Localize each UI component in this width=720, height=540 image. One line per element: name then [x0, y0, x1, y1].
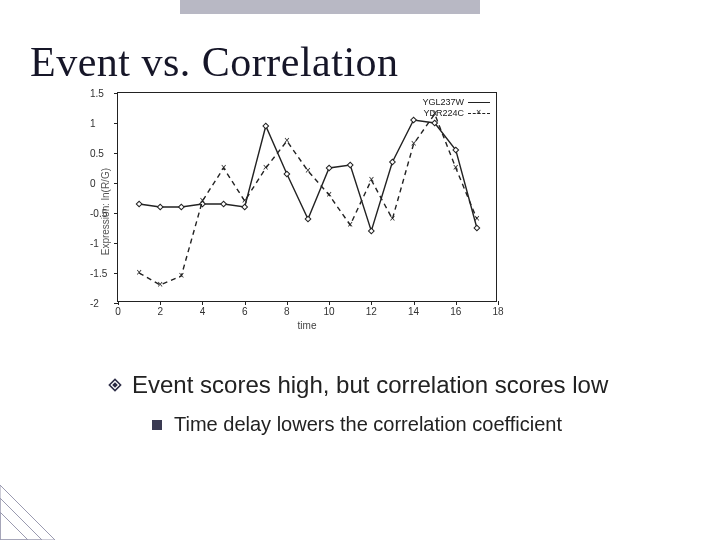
svg-text:×: × [136, 267, 142, 278]
svg-text:×: × [474, 213, 480, 224]
ytick-label: 1.5 [90, 88, 104, 99]
bullet-level1: Event scores high, but correlation score… [108, 371, 690, 399]
bullet-level1-text: Event scores high, but correlation score… [132, 371, 608, 399]
slide-title: Event vs. Correlation [30, 38, 690, 86]
svg-text:×: × [305, 165, 311, 176]
svg-rect-7 [284, 171, 290, 177]
svg-rect-9 [326, 165, 332, 171]
xtick-label: 2 [157, 306, 163, 317]
ytick-label: -1.5 [90, 268, 107, 279]
chart-lines: ××××××××××××××××× [118, 93, 498, 303]
bullet-level2: Time delay lowers the correlation coeffi… [152, 413, 690, 436]
svg-rect-11 [369, 228, 375, 234]
svg-text:×: × [284, 135, 290, 146]
svg-text:×: × [242, 195, 248, 206]
square-bullet-icon [152, 420, 162, 430]
xtick-label: 6 [242, 306, 248, 317]
xtick-label: 10 [324, 306, 335, 317]
svg-text:×: × [368, 174, 374, 185]
slide-corner-accent [0, 480, 60, 540]
svg-text:×: × [347, 219, 353, 230]
svg-rect-4 [221, 201, 227, 207]
xtick-label: 14 [408, 306, 419, 317]
svg-text:×: × [432, 108, 438, 119]
ytick-label: 0.5 [90, 148, 104, 159]
svg-rect-13 [411, 117, 417, 123]
svg-text:×: × [157, 279, 163, 290]
svg-rect-8 [305, 216, 311, 222]
svg-text:×: × [221, 162, 227, 173]
chart: Expression: ln(R/G) YGL237W YDR224C ××××… [100, 92, 690, 331]
svg-rect-2 [179, 204, 185, 210]
svg-text:×: × [326, 189, 332, 200]
diamond-bullet-icon [108, 378, 122, 392]
xtick-label: 18 [492, 306, 503, 317]
slide: Event vs. Correlation Expression: ln(R/G… [0, 0, 720, 540]
xtick-label: 16 [450, 306, 461, 317]
ytick-label: -0.5 [90, 208, 107, 219]
chart-plot-area: YGL237W YDR224C ××××××××××××××××× -2-1.5… [117, 92, 497, 302]
svg-rect-10 [347, 162, 353, 168]
svg-rect-0 [136, 201, 142, 207]
xtick-label: 12 [366, 306, 377, 317]
svg-rect-12 [390, 159, 396, 165]
svg-text:×: × [178, 270, 184, 281]
bullet-level2-text: Time delay lowers the correlation coeffi… [174, 413, 562, 436]
xtick-label: 8 [284, 306, 290, 317]
svg-rect-1 [157, 204, 163, 210]
xtick-label: 4 [200, 306, 206, 317]
chart-xlabel: time [298, 320, 317, 331]
svg-rect-6 [263, 123, 269, 129]
xtick-label: 0 [115, 306, 121, 317]
svg-rect-16 [474, 225, 480, 231]
slide-top-accent [180, 0, 480, 14]
svg-text:×: × [411, 138, 417, 149]
svg-text:×: × [453, 162, 459, 173]
bullets: Event scores high, but correlation score… [108, 371, 690, 436]
svg-text:×: × [390, 213, 396, 224]
svg-text:×: × [200, 195, 206, 206]
svg-text:×: × [263, 162, 269, 173]
svg-rect-35 [112, 382, 118, 388]
ytick-label: 1 [90, 118, 96, 129]
ytick-label: -1 [90, 238, 99, 249]
ytick-label: -2 [90, 298, 99, 309]
ytick-label: 0 [90, 178, 96, 189]
